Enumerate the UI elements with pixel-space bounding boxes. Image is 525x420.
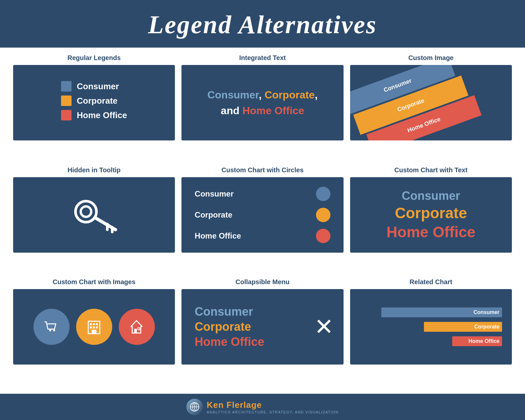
homeoffice-label: Home Office	[77, 110, 127, 120]
corporate-swatch	[61, 95, 72, 106]
globe-icon	[189, 402, 200, 412]
circles-chart-content: Consumer Corporate Home Office	[181, 180, 343, 250]
svg-rect-13	[96, 326, 98, 328]
circle-dot-consumer	[316, 187, 330, 201]
page-title: Legend Alternatives	[13, 10, 512, 39]
panel-title-custom-text: Custom Chart with Text	[394, 166, 468, 174]
collapsible-menu-content: Consumer Corporate Home Office ✕	[181, 298, 343, 355]
related-chart-content: Consumer Corporate Home Office	[350, 301, 512, 353]
close-x-icon: ✕	[314, 315, 334, 338]
main-grid: Regular Legends Consumer Corporate Home …	[0, 48, 525, 394]
footer-brand-name: Ken Flerlage	[207, 400, 339, 410]
panel-title-integrated-text: Integrated Text	[239, 54, 286, 62]
bar-label-homeoffice: Home Office	[469, 338, 499, 344]
legend-item-consumer: Consumer	[61, 81, 127, 92]
panel-box-custom-circles: Consumer Corporate Home Office	[181, 177, 343, 253]
cart-icon	[42, 318, 60, 336]
house-icon	[128, 318, 146, 336]
panel-box-related-chart: Consumer Corporate Home Office	[350, 289, 512, 365]
images-chart-content	[27, 302, 161, 351]
panel-box-regular-legends: Consumer Corporate Home Office	[13, 65, 175, 140]
bar-homeoffice: Home Office	[452, 336, 502, 346]
svg-rect-12	[93, 326, 95, 328]
integrated-text-content: Consumer, Corporate, and Home Office	[201, 80, 324, 125]
circle-label-corporate: Corporate	[195, 210, 232, 220]
panel-custom-circles: Custom Chart with Circles Consumer Corpo…	[181, 166, 343, 275]
consumer-swatch	[61, 81, 72, 92]
ribbon-container: Consumer Corporate Home Office	[350, 65, 512, 140]
svg-point-0	[75, 201, 96, 222]
bar-label-consumer: Consumer	[473, 309, 499, 315]
image-consumer-circle	[33, 309, 70, 345]
footer-brand-second: Flerlage	[226, 400, 262, 410]
panel-title-custom-image: Custom Image	[408, 54, 453, 62]
menu-homeoffice: Home Office	[195, 335, 264, 349]
panel-box-hidden-tooltip	[13, 177, 175, 253]
svg-point-1	[81, 206, 91, 217]
image-homeoffice-circle	[119, 309, 155, 345]
homeoffice-swatch	[61, 110, 72, 120]
panel-box-custom-text: Consumer Corporate Home Office	[350, 177, 512, 253]
svg-rect-9	[93, 323, 95, 325]
legend-list: Consumer Corporate Home Office	[51, 74, 137, 131]
menu-corporate: Corporate	[195, 320, 264, 334]
bar-row-corporate: Corporate	[360, 322, 502, 332]
key-icon	[68, 195, 120, 235]
page-footer: Ken Flerlage Analytics Architecture, Str…	[0, 394, 525, 420]
circle-dot-corporate	[316, 208, 330, 222]
panel-title-regular-legends: Regular Legends	[68, 54, 121, 62]
panel-box-custom-images	[13, 289, 175, 365]
svg-rect-10	[96, 323, 98, 325]
bar-corporate: Corporate	[424, 322, 502, 332]
footer-brand-first: Ken	[207, 400, 224, 410]
text-chart-homeoffice: Home Office	[387, 223, 475, 241]
panel-collapsible-menu: Collapsible Menu Consumer Corporate Home…	[181, 278, 343, 387]
footer-logo-icon	[186, 399, 203, 415]
menu-consumer: Consumer	[195, 305, 264, 319]
bar-row-homeoffice: Home Office	[360, 336, 502, 346]
panel-box-custom-image: Consumer Corporate Home Office	[350, 65, 512, 140]
circle-label-consumer: Consumer	[195, 189, 234, 199]
circle-row-corporate: Corporate	[195, 208, 330, 222]
circle-label-homeoffice: Home Office	[195, 231, 241, 241]
panel-integrated-text: Integrated Text Consumer, Corporate, and…	[181, 54, 343, 163]
circle-dot-homeoffice	[316, 229, 330, 243]
panel-custom-text: Custom Chart with Text Consumer Corporat…	[350, 166, 512, 275]
panel-title-custom-images: Custom Chart with Images	[53, 278, 136, 286]
corporate-label: Corporate	[77, 96, 117, 106]
integrated-corporate: Corporate	[264, 89, 315, 101]
svg-rect-16	[134, 329, 137, 333]
page-header: Legend Alternatives	[0, 0, 525, 48]
footer-tagline: Analytics Architecture, Strategy, and Vi…	[207, 410, 339, 414]
svg-rect-17	[138, 328, 140, 330]
panel-title-custom-circles: Custom Chart with Circles	[221, 166, 304, 174]
svg-rect-8	[90, 323, 92, 325]
panel-hidden-tooltip: Hidden in Tooltip	[13, 166, 175, 275]
legend-item-homeoffice: Home Office	[61, 110, 127, 120]
integrated-consumer: Consumer	[207, 89, 259, 101]
svg-point-6	[53, 329, 55, 331]
legend-item-corporate: Corporate	[61, 95, 127, 106]
svg-rect-11	[90, 326, 92, 328]
panel-custom-image: Custom Image Consumer Corporate Home Off…	[350, 54, 512, 163]
panel-title-hidden-tooltip: Hidden in Tooltip	[68, 166, 121, 174]
svg-rect-14	[92, 330, 96, 334]
panel-box-integrated-text: Consumer, Corporate, and Home Office	[181, 65, 343, 140]
consumer-label: Consumer	[77, 81, 119, 92]
text-chart-content: Consumer Corporate Home Office	[380, 186, 482, 244]
image-corporate-circle	[76, 309, 112, 345]
text-chart-consumer: Consumer	[387, 189, 475, 203]
circle-row-consumer: Consumer	[195, 187, 330, 201]
building-icon	[85, 318, 103, 336]
circle-row-homeoffice: Home Office	[195, 229, 330, 243]
text-chart-corporate: Corporate	[387, 204, 475, 222]
panel-regular-legends: Regular Legends Consumer Corporate Home …	[13, 54, 175, 163]
svg-point-5	[49, 329, 51, 331]
bar-row-consumer: Consumer	[360, 307, 502, 317]
panel-title-related-chart: Related Chart	[410, 278, 452, 286]
panel-box-collapsible-menu: Consumer Corporate Home Office ✕	[181, 289, 343, 365]
panel-custom-images: Custom Chart with Images	[13, 278, 175, 387]
footer-brand-block: Ken Flerlage Analytics Architecture, Str…	[207, 400, 339, 414]
bar-consumer: Consumer	[381, 307, 502, 317]
integrated-homeoffice: Home Office	[242, 105, 304, 116]
